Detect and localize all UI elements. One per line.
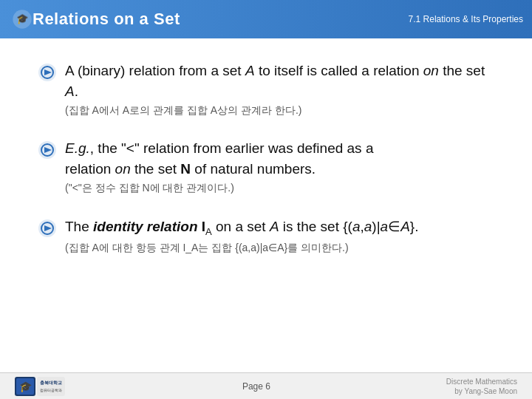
content-block-2: E.g., the "<" relation from earlier was …	[37, 138, 495, 195]
text-block-2: E.g., the "<" relation from earlier was …	[65, 138, 495, 195]
text-block-2-sub: ("<"은 정수 집합 N에 대한 관계이다.)	[65, 180, 495, 195]
text-block-1-sub: (집합 A에서 A로의 관계를 집합 A상의 관계라 한다.)	[65, 103, 495, 117]
svg-rect-14	[37, 377, 65, 396]
text-block-1-main: A (binary) relation from a set A to itse…	[65, 61, 495, 101]
bullet-icon-1	[37, 62, 58, 83]
svg-text:🎓: 🎓	[16, 13, 29, 25]
page-number: Page 6	[242, 381, 270, 392]
text-block-3-main: The identity relation IA on a set A is t…	[65, 216, 495, 239]
footer-logo: 🎓 충북대학교 컴퓨터공학과	[15, 375, 66, 398]
text-block-3-sub: (집합 A에 대한 항등 관계 I_A는 집합 {(a,a)|a∈A}를 의미한…	[65, 240, 495, 255]
svg-text:충북대학교: 충북대학교	[40, 381, 62, 385]
page-header: 🎓 Relations on a Set 7.1 Relations & Its…	[0, 0, 532, 38]
content-block-1: A (binary) relation from a set A to itse…	[37, 61, 495, 117]
section-label: 7.1 Relations & Its Properties	[409, 14, 523, 24]
university-footer-logo: 🎓 충북대학교 컴퓨터공학과	[15, 375, 66, 398]
footer-credit: Discrete Mathematics by Yang-Sae Moon	[446, 377, 517, 396]
svg-text:컴퓨터공학과: 컴퓨터공학과	[40, 388, 62, 392]
bullet-icon-3	[37, 218, 58, 239]
bullet-icon-2	[37, 140, 58, 160]
page-footer: 🎓 충북대학교 컴퓨터공학과 Page 6 Discrete Mathemati…	[0, 372, 532, 399]
text-block-1: A (binary) relation from a set A to itse…	[65, 61, 495, 117]
page-title: Relations on a Set	[33, 10, 180, 29]
university-logo: 🎓	[12, 9, 33, 30]
svg-text:🎓: 🎓	[19, 381, 33, 393]
text-block-2-main: E.g., the "<" relation from earlier was …	[65, 138, 495, 179]
text-block-3: The identity relation IA on a set A is t…	[65, 216, 495, 256]
content-block-3: The identity relation IA on a set A is t…	[37, 216, 495, 256]
main-content: A (binary) relation from a set A to itse…	[0, 38, 532, 372]
